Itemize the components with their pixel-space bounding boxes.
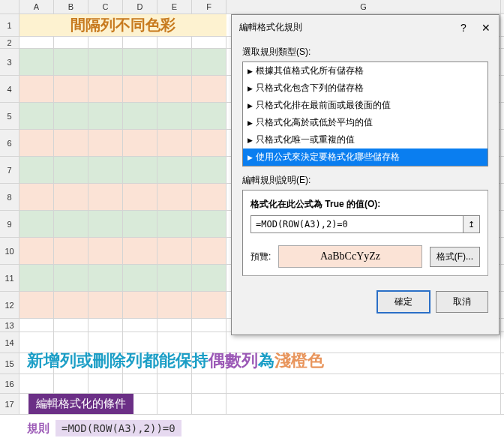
rule-type-item[interactable]: ▶只格式化唯一或重複的值 [243,131,488,148]
col-header-E[interactable]: E [158,0,192,14]
preview-box: AaBbCcYyZz [278,245,422,268]
row-header-12[interactable]: 12 [0,292,20,318]
select-rule-type-label: 選取規則類型(S): [242,46,488,58]
col-header-B[interactable]: B [54,0,88,14]
col-header-A[interactable]: A [20,0,54,14]
rule-type-item[interactable]: ▶根據其值格式化所有儲存格 [243,62,488,80]
rule-type-item[interactable]: ▶只格式化排在最前面或最後面的值 [243,97,488,114]
close-icon[interactable]: ✕ [481,22,491,34]
row-header-7[interactable]: 7 [0,157,20,183]
row-header-6[interactable]: 6 [0,130,20,156]
edit-rule-desc-label: 編輯規則說明(E): [242,174,488,187]
preview-label: 預覽: [250,250,271,263]
row-16: 16 [0,374,504,394]
row-header-1[interactable]: 1 [0,14,20,36]
row-header-9[interactable]: 9 [0,211,20,237]
cancel-button[interactable]: 取消 [436,291,488,313]
rule-type-item[interactable]: ▶只格式化包含下列的儲存格 [243,80,488,97]
row-header-4[interactable]: 4 [0,76,20,102]
condition-label: 編輯格式化的條件 [28,394,134,414]
col-header-D[interactable]: D [123,0,158,14]
rule-row: 規則 =MOD(ROW(A3),2))=0 [27,420,182,436]
caption-part-a: 新增列或刪除列都能保持 [27,351,208,370]
row-header-3[interactable]: 3 [0,49,20,75]
triangle-icon: ▶ [248,136,253,144]
rule-desc-panel: 格式化在此公式為 True 的值(O): ↥ 預覽: AaBbCcYyZz 格式… [242,190,488,276]
row-header-8[interactable]: 8 [0,184,20,210]
caption-part-d: 淺橙色 [274,351,324,370]
caption-part-c: 為 [258,351,274,370]
rule-type-list[interactable]: ▶根據其值格式化所有儲存格 ▶只格式化包含下列的儲存格 ▶只格式化排在最前面或最… [242,62,488,166]
row-header-10[interactable]: 10 [0,238,20,264]
row-header-15[interactable]: 15 [0,353,20,374]
row-header-14[interactable]: 14 [0,332,20,352]
formula-input[interactable] [250,215,464,233]
rule-type-item-selected[interactable]: ▶使用公式來決定要格式化哪些儲存格 [243,148,488,166]
rule-type-item[interactable]: ▶只格式化高於或低於平均的值 [243,114,488,131]
rule-formula-text: =MOD(ROW(A3),2))=0 [56,420,182,436]
help-icon[interactable]: ? [458,22,469,34]
dialog-title: 編輯格式化規則 [239,21,458,34]
edit-rule-dialog: 編輯格式化規則 ? ✕ 選取規則類型(S): ▶根據其值格式化所有儲存格 ▶只格… [231,14,500,335]
page-title: 間隔列不同色彩 [20,14,226,36]
rule-label: 規則 [27,422,50,436]
triangle-icon: ▶ [248,68,253,75]
range-picker-icon[interactable]: ↥ [464,215,480,233]
dialog-titlebar[interactable]: 編輯格式化規則 ? ✕ [232,15,499,40]
row-header-17[interactable]: 17 [0,394,20,414]
col-header-C[interactable]: C [88,0,123,14]
row-header-5[interactable]: 5 [0,103,20,129]
row-header-13[interactable]: 13 [0,319,20,332]
caption-part-b: 偶數列 [208,351,258,370]
triangle-icon: ▶ [248,102,253,110]
select-all-corner[interactable] [0,0,20,14]
row-header-11[interactable]: 11 [0,265,20,291]
col-header-G[interactable]: G [226,0,501,14]
triangle-icon: ▶ [248,85,253,92]
row-header-16[interactable]: 16 [0,374,20,393]
column-headers: A B C D E F G [0,0,504,14]
ok-button[interactable]: 確定 [377,291,430,313]
triangle-icon: ▶ [248,154,253,161]
format-button[interactable]: 格式(F)... [430,247,480,267]
row-header-2[interactable]: 2 [0,37,20,48]
formula-label: 格式化在此公式為 True 的值(O): [250,198,480,211]
triangle-icon: ▶ [248,119,253,127]
col-header-F[interactable]: F [192,0,226,14]
caption: 新增列或刪除列都能保持偶數列為淺橙色 [27,350,324,372]
